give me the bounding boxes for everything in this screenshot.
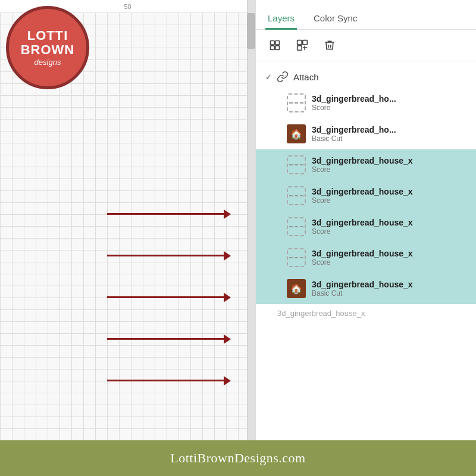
arrow-line-2 xyxy=(107,255,226,256)
partial-layer-name: 3d_gingerbread_house_x xyxy=(277,309,365,318)
layers-panel: Layers Color Sync xyxy=(256,0,476,440)
attach-label: Attach xyxy=(293,72,319,82)
arrow-4 xyxy=(107,338,226,340)
ungroup-button[interactable] xyxy=(293,36,312,55)
logo-area: LOTTI BROWN designs xyxy=(6,6,89,89)
layer-type: Score xyxy=(312,258,466,267)
layer-thumb-score xyxy=(287,217,306,236)
layer-name: 3d_gingerbread_house_x xyxy=(312,218,466,227)
delete-button[interactable] xyxy=(320,36,339,55)
svg-rect-2 xyxy=(271,46,275,50)
toolbar xyxy=(256,30,476,61)
layer-thumb-score xyxy=(287,155,306,174)
logo-line1: LOTTI xyxy=(21,29,75,43)
arrow-1 xyxy=(107,213,226,215)
gingerbread-icon: 🏠 xyxy=(290,283,302,295)
svg-rect-1 xyxy=(275,41,280,45)
layer-name: 3d_gingerbread_ho... xyxy=(312,125,466,134)
canvas-grid: 50 LOTTI BROWN designs xyxy=(0,0,255,440)
logo-circle: LOTTI BROWN designs xyxy=(6,6,89,89)
layer-info: 3d_gingerbread_house_x Score xyxy=(312,218,466,236)
svg-rect-6 xyxy=(298,46,302,51)
score-line xyxy=(289,164,303,165)
layer-name: 3d_gingerbread_house_x xyxy=(312,187,466,196)
score-line xyxy=(289,102,303,104)
layer-thumb-score xyxy=(287,186,306,205)
arrow-3 xyxy=(107,296,226,298)
layer-type: Score xyxy=(312,196,466,205)
tabs-header: Layers Color Sync xyxy=(256,0,476,30)
layer-item[interactable]: 🏠 3d_gingerbread_house_x Basic Cut xyxy=(256,273,476,304)
arrow-2 xyxy=(107,255,226,256)
tab-color-sync[interactable]: Color Sync xyxy=(311,8,359,30)
arrow-5 xyxy=(107,380,226,381)
score-line xyxy=(289,226,303,227)
layer-item[interactable]: 3d_gingerbread_ho... Score xyxy=(256,87,476,118)
attach-header[interactable]: ✓ Attach xyxy=(265,68,466,85)
layer-info: 3d_gingerbread_ho... Basic Cut xyxy=(312,125,466,143)
layer-type: Score xyxy=(312,227,466,236)
group-icon xyxy=(269,39,281,51)
layers-list[interactable]: ✓ Attach 3d_gingerbread_ho... Score xyxy=(256,61,476,440)
layer-thumb-brown: 🏠 xyxy=(287,279,306,298)
layer-item-partial: 3d_gingerbread_house_x xyxy=(256,304,476,322)
layer-name: 3d_gingerbread_house_x xyxy=(312,156,466,165)
canvas-panel: 50 LOTTI BROWN designs xyxy=(0,0,256,440)
arrow-line-1 xyxy=(107,213,226,215)
svg-rect-5 xyxy=(303,40,307,45)
svg-rect-4 xyxy=(298,40,302,45)
layer-thumb-brown: 🏠 xyxy=(287,124,306,143)
group-button[interactable] xyxy=(265,36,284,55)
layer-item[interactable]: 3d_gingerbread_house_x Score xyxy=(256,149,476,180)
layer-type: Score xyxy=(312,165,466,174)
layer-type: Score xyxy=(312,104,466,112)
score-line xyxy=(289,257,303,258)
layer-type: Basic Cut xyxy=(312,289,466,298)
logo-line3: designs xyxy=(21,58,75,67)
layer-thumb-score xyxy=(287,248,306,267)
footer: LottiBrownDesigns.com xyxy=(0,440,476,476)
tab-layers[interactable]: Layers xyxy=(265,8,297,30)
layer-type: Basic Cut xyxy=(312,134,466,143)
ruler-number: 50 xyxy=(124,3,131,10)
scrollbar-thumb[interactable] xyxy=(247,13,255,49)
layer-info: 3d_gingerbread_house_x Score xyxy=(312,187,466,205)
gingerbread-icon: 🏠 xyxy=(290,129,302,140)
chevron-down-icon: ✓ xyxy=(265,73,272,82)
score-line xyxy=(289,195,303,196)
layer-name: 3d_gingerbread_house_x xyxy=(312,249,466,258)
footer-brand: LottiBrownDesigns.com xyxy=(170,450,305,465)
svg-rect-0 xyxy=(271,41,275,45)
layer-info: 3d_gingerbread_ho... Score xyxy=(312,94,466,112)
layer-item[interactable]: 🏠 3d_gingerbread_ho... Basic Cut xyxy=(256,118,476,149)
delete-icon xyxy=(324,39,336,51)
layer-info: 3d_gingerbread_house_x Basic Cut xyxy=(312,280,466,298)
ungroup-icon xyxy=(296,39,308,51)
layer-info: 3d_gingerbread_house_x Score xyxy=(312,156,466,174)
arrow-line-4 xyxy=(107,338,226,340)
layer-item[interactable]: 3d_gingerbread_house_x Score xyxy=(256,242,476,273)
layer-item[interactable]: 3d_gingerbread_house_x Score xyxy=(256,180,476,211)
layer-info: 3d_gingerbread_house_x Score xyxy=(312,249,466,267)
layer-name: 3d_gingerbread_ho... xyxy=(312,94,466,104)
layer-thumb-score xyxy=(287,93,306,112)
arrow-line-5 xyxy=(107,380,226,381)
logo-line2: BROWN xyxy=(21,43,75,57)
layer-name: 3d_gingerbread_house_x xyxy=(312,280,466,289)
ruler-right xyxy=(247,0,255,440)
svg-rect-3 xyxy=(275,46,280,50)
layer-item[interactable]: 3d_gingerbread_house_x Score xyxy=(256,211,476,242)
attach-group: ✓ Attach xyxy=(256,66,476,87)
attach-icon xyxy=(277,71,289,83)
footer-text: LottiBrownDesigns.com xyxy=(170,450,305,466)
arrow-line-3 xyxy=(107,296,226,298)
logo-inner: LOTTI BROWN designs xyxy=(21,29,75,67)
